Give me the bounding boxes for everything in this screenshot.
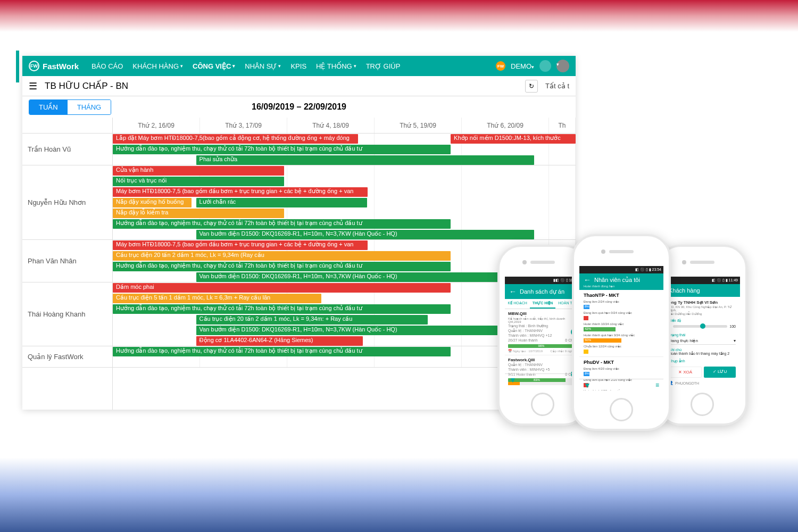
menu-công việc[interactable]: CÔNG VIỆC <box>193 62 235 70</box>
home-button[interactable] <box>691 393 714 416</box>
gantt-task[interactable]: Khớp nối mềm D1500:JM-13, kích thước <box>451 134 576 144</box>
save-button[interactable]: ✓ LƯU <box>704 367 736 378</box>
phone-subtitle: Hoàn thành đúng hạn <box>584 284 614 288</box>
phone-title: Nhân viên của tôi <box>594 277 640 284</box>
chevron-down-icon: ▾ <box>734 338 736 343</box>
demo-badge-icon: FW <box>496 61 505 71</box>
day-header: Th <box>549 118 576 133</box>
gantt-task[interactable]: Cầu trục điện 20 tấn 2 dầm 1 móc, Lk = 9… <box>113 251 451 261</box>
day-header: Thứ 5, 19/09 <box>375 118 462 133</box>
delete-button[interactable]: ✕ XOÁ <box>669 367 702 378</box>
resource-row: Nguyễn Hữu Nhơn <box>22 165 112 240</box>
gantt-task[interactable]: Hướng dẫn đào tạo, nghiệm thu, chạy thử … <box>113 262 451 271</box>
resource-column: Trần Hoàn VũNguyễn Hữu NhơnPhan Văn Nhân… <box>22 118 113 410</box>
gantt-task[interactable]: Cửa vận hành <box>113 166 284 176</box>
filter-dropdown[interactable]: Tất cả t <box>545 82 569 90</box>
back-icon[interactable]: ← <box>509 287 517 296</box>
status-bar: ◧ ⚫ ▯ ▮ 23:54 <box>579 266 663 273</box>
gantt-task[interactable]: Nắp đậy lỗ kiểm tra <box>113 209 284 218</box>
day-header: Thứ 4, 18/09 <box>287 118 375 133</box>
gantt-task[interactable]: Phai sửa chữa <box>196 155 534 165</box>
phone-title: Danh sách dự án <box>520 288 564 295</box>
resource-row: Quản lý FastWork <box>22 346 112 368</box>
employee-card[interactable]: ThaoNTP - MKTĐang làm 2/24 công việc8%Đa… <box>579 290 663 357</box>
progress-slider[interactable] <box>673 325 727 328</box>
gantt-task[interactable]: Cầu trục điện 20 tấn 2 dầm 1 móc, Lk = 9… <box>196 315 428 325</box>
filter-icon[interactable]: ▼ <box>584 381 591 389</box>
note-label: Ghi chú <box>669 348 736 352</box>
phone-header: ← Danh sách dự án <box>505 284 580 299</box>
filter-icon[interactable]: ▼ <box>509 376 517 384</box>
menu-icon[interactable]: ≡ <box>655 381 659 389</box>
menu-kpis[interactable]: KPIS <box>290 62 306 70</box>
notifications-icon[interactable] <box>539 60 551 72</box>
gantt-task[interactable]: Máy bơm HTĐ18000-7,5 (bao gồm đầu bơm + … <box>113 240 368 250</box>
brand-logo[interactable]: FW FastWork <box>29 61 79 71</box>
toolbar: TUẦN THÁNG 16/09/2019 – 22/09/2019 <box>22 96 576 118</box>
gantt-row: Cửa vận hànhNối trục và trục nốiMáy bơm … <box>113 165 576 240</box>
brand-icon: FW <box>29 61 39 71</box>
status-bar: ◧ ⚫ ▯ ▮ 11:49 <box>664 277 740 284</box>
gantt-task[interactable]: Động cơ 1LA4402-6AN64-Z (Hãng Siemes) <box>196 336 363 346</box>
demo-dropdown[interactable]: DEMO <box>511 62 534 70</box>
gantt-task[interactable]: Nối trục và trục nối <box>113 177 284 186</box>
page-title: TB HỮU CHẤP - BN <box>45 80 518 92</box>
gantt-task[interactable]: Dầm móc phai <box>113 283 451 293</box>
menu-nhân sự[interactable]: NHÂN SỰ <box>245 62 281 70</box>
week-tab[interactable]: TUẦN <box>29 100 68 114</box>
phone-tab[interactable]: KẾ HOẠCH <box>505 299 530 309</box>
gantt-task[interactable]: Van bướm điện D1500: DKQ16269-R1, H=10m,… <box>196 230 534 239</box>
status-bar: ▮◧ ⚫ ▯ 10:27 <box>505 277 580 284</box>
gantt-task[interactable]: Hướng dẫn đào tạo, nghiệm thu, chạy thử … <box>113 347 451 356</box>
phone-header: ←Nhân viên của tôi Hoàn thành đúng hạn <box>579 273 663 290</box>
gantt-task[interactable]: Cầu trục điện 5 tấn 1 dầm 1 móc, Lk = 6,… <box>113 294 321 303</box>
day-header: Thứ 2, 16/09 <box>113 118 200 133</box>
resource-row: Phan Văn Nhân <box>22 240 112 282</box>
gantt-task[interactable]: Hướng dẫn đào tạo, nghiệm thu, chạy thử … <box>113 304 451 314</box>
phone-employees: ◧ ⚫ ▯ ▮ 23:54 ←Nhân viên của tôi Hoàn th… <box>572 234 671 431</box>
company-address: ô D, KN 30, Khu Công Nghiệp Đại An, P. T… <box>669 305 736 315</box>
view-segment: TUẦN THÁNG <box>29 99 111 115</box>
status-label: Trạng thái <box>669 333 736 337</box>
photo-label[interactable]: Chụp ảnh <box>669 359 736 363</box>
back-icon[interactable]: ← <box>584 276 591 284</box>
gantt-task[interactable]: Lắp đặt Máy bơm HTĐ18000-7,5(bao gồm cả … <box>113 134 358 144</box>
brand-name: FastWork <box>43 62 79 71</box>
resource-row: Thái Hoàng Khanh <box>22 282 112 346</box>
phone-tab[interactable]: THỰC HIỆN <box>530 299 555 309</box>
menu-báo cáo[interactable]: BÁO CÁO <box>92 62 123 70</box>
sub-header: ☰ TB HỮU CHẤP - BN ↻ Tất cả t <box>22 76 576 96</box>
menu-toggle-icon[interactable]: ☰ <box>29 80 37 92</box>
status-select[interactable]: Đang thực hiện▾ <box>669 337 736 345</box>
resource-row: Trần Hoàn Vũ <box>22 134 112 165</box>
app-window: FW FastWork BÁO CÁOKHÁCH HÀNGCÔNG VIỆCNH… <box>22 56 576 410</box>
day-header: Thứ 6, 20/09 <box>462 118 549 133</box>
phone-title: Khách hàng <box>669 287 700 294</box>
gantt-task[interactable]: Nắp đậy xuống hố buồng <box>113 198 192 207</box>
gantt-task[interactable]: Máy bơm HTĐ18000-7,5 (bao gồm đầu bơm + … <box>113 187 368 197</box>
day-header: Thứ 3, 17/09 <box>200 118 287 133</box>
month-tab[interactable]: THÁNG <box>68 100 111 114</box>
menu-hệ thống[interactable]: HỆ THỐNG <box>316 62 356 70</box>
topbar: FW FastWork BÁO CÁOKHÁCH HÀNGCÔNG VIỆCNH… <box>22 56 576 76</box>
menu-trợ giúp[interactable]: TRỢ GIÚP <box>366 62 401 70</box>
home-button[interactable] <box>610 398 633 421</box>
progress-label: Tiến độ <box>669 319 736 323</box>
phone-header: Khách hàng <box>664 284 740 297</box>
gantt-row: Lắp đặt Máy bơm HTĐ18000-7,5(bao gồm cả … <box>113 134 576 165</box>
date-range: 16/09/2019 – 22/09/2019 <box>252 102 346 112</box>
project-card[interactable]: MBW.QIIIKế hoạch sản xuất, tiếp thị, kin… <box>505 309 580 355</box>
user-avatar[interactable] <box>556 60 569 72</box>
menu-khách hàng[interactable]: KHÁCH HÀNG <box>132 62 183 70</box>
gantt-task[interactable]: Van bướm điện D1500: DKQ16269-R1, H=10m,… <box>196 326 534 335</box>
note-text: Hoàn thành bảo trì thang máy tầng 2 <box>669 352 736 356</box>
home-button[interactable] <box>531 393 554 416</box>
gantt-task[interactable]: Lưới chắn rác <box>196 198 368 207</box>
refresh-button[interactable]: ↻ <box>525 80 538 93</box>
company-name: ông Ty TNHH Sợi Vĩ Sơn <box>669 300 736 305</box>
gantt-grid: Trần Hoàn VũNguyễn Hữu NhơnPhan Văn Nhân… <box>22 118 576 410</box>
gantt-task[interactable]: Hướng dẫn đào tạo, nghiệm thu, chạy thử … <box>113 145 451 154</box>
gantt-task[interactable]: Van bướm điện D1500: DKQ16269-R1, H=10m,… <box>196 272 534 282</box>
gantt-task[interactable]: Hướng dẫn đào tạo, nghiệm thu, chạy thử … <box>113 219 451 229</box>
